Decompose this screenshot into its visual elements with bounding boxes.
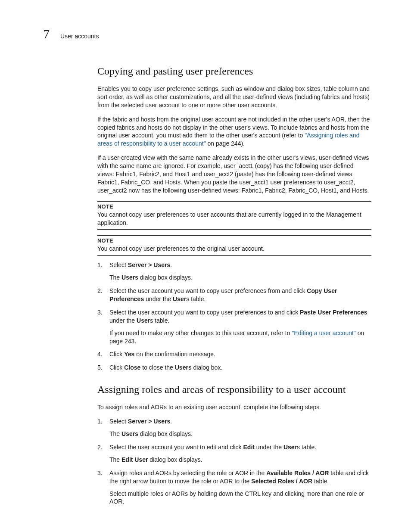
text: s table. xyxy=(186,296,206,302)
bold: User xyxy=(137,317,150,324)
step: Click Close to close the Users dialog bo… xyxy=(97,364,371,372)
text: dialog box displays. xyxy=(138,274,193,281)
para: Enables you to copy user preference sett… xyxy=(97,85,371,109)
bold: Selected Roles / AOR xyxy=(251,478,312,485)
step: Select the user account you want to copy… xyxy=(97,287,371,303)
page-header: 7 User accounts xyxy=(43,27,371,41)
step: Select the user account you want to edit… xyxy=(97,443,371,464)
text: If you need to make any other changes to… xyxy=(109,330,292,336)
note-text: You cannot copy user preferences to the … xyxy=(97,245,371,253)
step: Assign roles and AORs by selecting the r… xyxy=(97,469,371,506)
text: s table. xyxy=(150,317,169,324)
note-text: You cannot copy user preferences to user… xyxy=(97,211,371,227)
para: If the fabric and hosts from the origina… xyxy=(97,115,371,148)
link-editing-user[interactable]: "Editing a user account" xyxy=(292,330,355,336)
bold: Close xyxy=(124,364,140,371)
text: . xyxy=(170,418,172,425)
bold: Users xyxy=(121,274,138,281)
bold: Server > Users xyxy=(128,418,170,425)
bold: Paste User Preferences xyxy=(300,309,367,316)
text: Select xyxy=(109,261,128,268)
text: under the xyxy=(255,444,283,451)
text: dialog box displays. xyxy=(138,430,193,437)
steps-list: Select Server > Users. The Users dialog … xyxy=(97,417,371,506)
step: Select the user account you want to copy… xyxy=(97,308,371,345)
bold: Available Roles / AOR xyxy=(266,470,329,476)
bold: Yes xyxy=(124,351,134,358)
text: Select xyxy=(109,418,128,425)
text: on page 244). xyxy=(206,140,245,147)
text: under the xyxy=(109,317,137,324)
text: Click xyxy=(109,351,124,358)
bold: Users xyxy=(121,430,138,437)
text: The xyxy=(109,274,121,281)
bold: Users xyxy=(175,364,192,371)
note-label: NOTE xyxy=(97,203,371,210)
text: Select multiple roles or AORs by holding… xyxy=(109,490,371,506)
text: Assign roles and AORs by selecting the r… xyxy=(109,470,266,476)
chapter-number: 7 xyxy=(43,27,50,41)
text: under the xyxy=(144,296,173,302)
text: Select the user account you want to copy… xyxy=(109,287,307,294)
bold: User xyxy=(283,444,297,451)
para: To assign roles and AORs to an existing … xyxy=(97,403,371,411)
para: If a user-created view with the same nam… xyxy=(97,154,371,194)
text: table. xyxy=(312,478,329,485)
text: Click xyxy=(109,364,124,371)
step: Select Server > Users. The Users dialog … xyxy=(97,261,371,282)
bold: Server > Users xyxy=(128,261,170,268)
step: Click Yes on the confirmation message. xyxy=(97,350,371,358)
text: The xyxy=(109,430,121,437)
section-name: User accounts xyxy=(60,33,99,40)
heading-assigning-roles: Assigning roles and areas of responsibil… xyxy=(97,384,371,395)
text: The xyxy=(109,456,121,463)
text: on the confirmation message. xyxy=(134,351,215,358)
text: dialog box displays. xyxy=(148,456,202,463)
note-label: NOTE xyxy=(97,237,371,244)
note: NOTE You cannot copy user preferences to… xyxy=(97,235,371,256)
text: Select the user account you want to edit… xyxy=(109,444,243,451)
heading-copy-paste-prefs: Copying and pasting user preferences xyxy=(97,65,371,77)
step: Select Server > Users. The Users dialog … xyxy=(97,417,371,438)
text: s table. xyxy=(297,444,316,451)
steps-list: Select Server > Users. The Users dialog … xyxy=(97,261,371,372)
note: NOTE You cannot copy user preferences to… xyxy=(97,201,371,230)
bold: User xyxy=(173,296,186,302)
text: . xyxy=(170,261,172,268)
text: Select the user account you want to copy… xyxy=(109,309,300,316)
text: to close the xyxy=(140,364,174,371)
text: dialog box. xyxy=(192,364,223,371)
bold: Edit xyxy=(243,444,255,451)
bold: Edit User xyxy=(121,456,148,463)
